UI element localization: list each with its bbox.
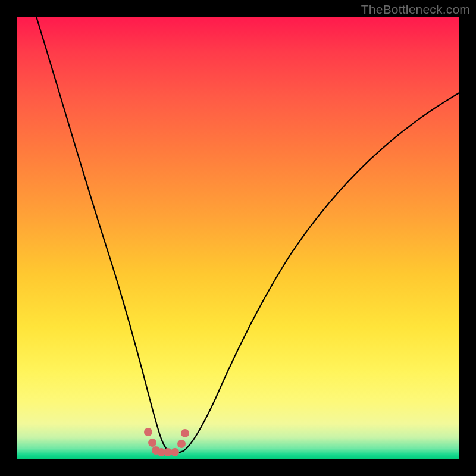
curve-marker <box>148 439 156 447</box>
chart-frame: TheBottleneck.com <box>0 0 476 476</box>
curve-marker <box>164 448 172 456</box>
curve-marker <box>144 428 152 436</box>
bottleneck-curve <box>17 17 459 459</box>
curve-path <box>36 17 459 453</box>
curve-marker <box>171 448 179 456</box>
curve-marker <box>181 429 189 437</box>
chart-plot-area <box>17 17 459 459</box>
curve-marker <box>177 440 186 448</box>
watermark-text: TheBottleneck.com <box>361 2 470 17</box>
